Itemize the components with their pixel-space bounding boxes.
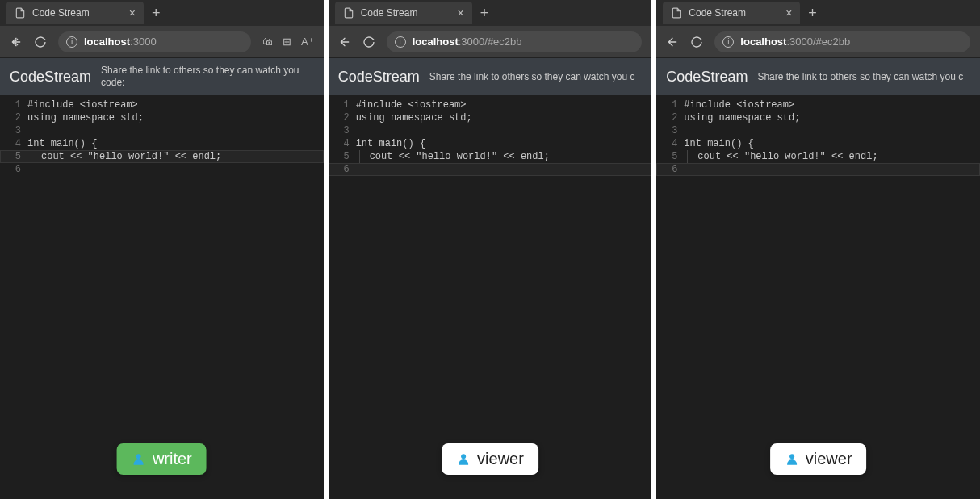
- url-rest: :3000/#ec2bb: [786, 36, 850, 48]
- url-bar: i localhost:3000/#ec2bb: [656, 26, 980, 58]
- url-rest: :3000: [130, 36, 157, 48]
- person-icon: [456, 452, 471, 467]
- url-bar: i localhost:3000 🛍 ⊞ A⁺: [0, 26, 324, 58]
- url-input[interactable]: i localhost:3000/#ec2bb: [714, 31, 970, 52]
- person-icon: [132, 452, 146, 467]
- svg-point-3: [789, 454, 794, 459]
- back-icon[interactable]: [10, 36, 23, 48]
- browser-window-2: Code Stream × + i localhost:3000/#ec2bb …: [329, 0, 652, 499]
- browser-tab[interactable]: Code Stream ×: [335, 2, 472, 24]
- app-description: Share the link to others so they can wat…: [429, 71, 643, 83]
- new-tab-button[interactable]: +: [472, 5, 497, 22]
- role-badge-viewer: viewer: [770, 443, 867, 475]
- tab-bar: Code Stream × +: [329, 0, 652, 26]
- url-host: localhost: [413, 36, 459, 48]
- browser-tab[interactable]: Code Stream ×: [6, 2, 144, 24]
- role-label: viewer: [806, 450, 852, 468]
- app-description: Share the link to others so they can wat…: [101, 65, 314, 89]
- code-editor[interactable]: 123456 #include <iostream>using namespac…: [656, 95, 980, 499]
- info-icon[interactable]: i: [66, 36, 77, 48]
- url-right-icons: 🛍 ⊞ A⁺: [262, 36, 314, 48]
- line-number-gutter: 123456: [329, 95, 356, 179]
- close-icon[interactable]: ×: [457, 6, 463, 19]
- qr-icon[interactable]: ⊞: [283, 36, 291, 48]
- app-description: Share the link to others so they can wat…: [757, 71, 970, 83]
- shopping-icon[interactable]: 🛍: [262, 36, 273, 48]
- code-content[interactable]: #include <iostream>using namespace std; …: [27, 95, 324, 179]
- browser-tab[interactable]: Code Stream ×: [663, 2, 800, 24]
- url-host: localhost: [740, 36, 786, 48]
- refresh-icon[interactable]: [690, 36, 703, 48]
- app-header: CodeStream Share the link to others so t…: [656, 58, 980, 95]
- tab-title: Code Stream: [689, 7, 746, 19]
- role-badge-viewer: viewer: [442, 443, 538, 475]
- url-bar: i localhost:3000/#ec2bb: [329, 26, 652, 58]
- app-header: CodeStream Share the link to others so t…: [329, 58, 652, 95]
- browser-window-3: Code Stream × + i localhost:3000/#ec2bb …: [656, 0, 980, 499]
- svg-point-1: [136, 454, 141, 459]
- file-icon: [15, 7, 26, 19]
- tab-bar: Code Stream × +: [656, 0, 980, 26]
- code-content[interactable]: #include <iostream>using namespace std; …: [684, 95, 980, 179]
- line-number-gutter: 123456: [656, 95, 684, 179]
- url-host: localhost: [84, 36, 130, 48]
- app-logo: CodeStream: [338, 69, 420, 86]
- new-tab-button[interactable]: +: [800, 5, 825, 22]
- app-logo: CodeStream: [10, 69, 91, 86]
- file-icon: [343, 7, 354, 19]
- info-icon[interactable]: i: [395, 36, 406, 48]
- app-header: CodeStream Share the link to others so t…: [0, 58, 324, 95]
- code-editor[interactable]: 123456 #include <iostream>using namespac…: [0, 95, 324, 499]
- file-icon: [671, 7, 682, 19]
- app-logo: CodeStream: [666, 69, 748, 86]
- line-number-gutter: 123456: [0, 95, 27, 179]
- svg-point-2: [461, 454, 466, 459]
- code-editor[interactable]: 123456 #include <iostream>using namespac…: [329, 95, 652, 499]
- back-icon[interactable]: [338, 36, 351, 48]
- back-icon[interactable]: [666, 36, 679, 48]
- tab-title: Code Stream: [32, 7, 90, 19]
- tab-title: Code Stream: [361, 7, 418, 19]
- code-content[interactable]: #include <iostream>using namespace std; …: [356, 95, 652, 179]
- refresh-icon[interactable]: [34, 36, 47, 48]
- person-icon: [785, 452, 799, 467]
- tab-bar: Code Stream × +: [0, 0, 324, 26]
- role-label: writer: [153, 450, 192, 468]
- new-tab-button[interactable]: +: [144, 5, 169, 22]
- close-icon[interactable]: ×: [129, 6, 136, 19]
- text-size-icon[interactable]: A⁺: [301, 36, 314, 48]
- url-input[interactable]: i localhost:3000: [58, 31, 251, 52]
- close-icon[interactable]: ×: [785, 6, 792, 19]
- info-icon[interactable]: i: [722, 36, 734, 48]
- refresh-icon[interactable]: [362, 36, 375, 48]
- url-rest: :3000/#ec2bb: [459, 36, 522, 48]
- role-label: viewer: [477, 450, 524, 468]
- url-input[interactable]: i localhost:3000/#ec2bb: [387, 31, 643, 52]
- browser-window-1: Code Stream × + i localhost:3000 🛍 ⊞ A⁺ …: [0, 0, 324, 499]
- role-badge-writer: writer: [117, 443, 207, 475]
